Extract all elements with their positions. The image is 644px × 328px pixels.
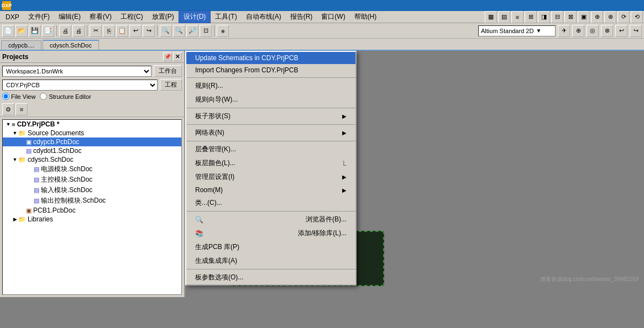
tb-save-all[interactable]: 📑: [42, 25, 54, 37]
menu-window[interactable]: 窗口(W): [317, 11, 349, 23]
label-cdyprjpcb: CDY.PrjPCB *: [17, 120, 60, 128]
tb-zoom2[interactable]: 🔍: [173, 25, 185, 37]
menu-room[interactable]: Room(M) ▶: [186, 184, 355, 196]
tree-cdysch[interactable]: ▼ 📁 cdysch.SchDoc: [3, 155, 181, 164]
menu-netlist[interactable]: 网络表(N) ▶: [186, 126, 355, 140]
tree-source-docs[interactable]: ▼ 📁 Source Documents: [3, 129, 181, 137]
tree-input[interactable]: ▤ 输入模块.SchDoc: [3, 185, 181, 195]
tree-power[interactable]: ▤ 电源模块.SchDoc: [3, 164, 181, 174]
menu-edit[interactable]: 编辑(E): [54, 11, 85, 23]
tb-new[interactable]: 📄: [2, 25, 14, 37]
toolbar-right-10[interactable]: ⊗: [604, 11, 616, 23]
expand-cdyprjpcb[interactable]: ▼: [5, 121, 12, 127]
tree-cdydot1[interactable]: ▤ cdydot1.SchDoc: [3, 146, 181, 155]
tb-undo[interactable]: ↩: [129, 25, 142, 37]
toolbar-right-5[interactable]: ◨: [538, 11, 550, 23]
menu-dxp[interactable]: DXP: [1, 12, 24, 22]
tab-cdysch[interactable]: cdysch.SchDoc: [43, 40, 99, 50]
menu-layer-color[interactable]: 板层颜色(L)... L: [186, 156, 355, 170]
workspace-select[interactable]: Workspace1.DsnWrk: [2, 66, 151, 77]
menu-rules-wizard[interactable]: 规则向导(W)...: [186, 93, 355, 107]
menu-board-options[interactable]: 板参数选项(O)...: [186, 271, 355, 284]
menu-tools[interactable]: 工具(T): [211, 11, 241, 23]
menu-add-lib[interactable]: 📚 添加/移除库(L)...: [186, 226, 355, 240]
expand-source-docs[interactable]: ▼: [12, 130, 18, 136]
toolbar-right-11[interactable]: ⟳: [617, 11, 630, 23]
tree-cdyprjpcb[interactable]: ▼ ■ CDY.PrjPCB *: [3, 120, 181, 129]
menu-rules[interactable]: 规则(R)...: [186, 79, 355, 93]
menu-project[interactable]: 工程(C): [116, 11, 148, 23]
tree-cdypcb[interactable]: ▣ cdypcb.PcbDoc: [3, 137, 181, 146]
menu-board-options-label: 板参数选项(O)...: [195, 273, 243, 282]
tree-libraries[interactable]: ▶ 📁 Libraries: [3, 215, 181, 224]
menu-layer-stack[interactable]: 层叠管理(K)...: [186, 142, 355, 156]
tb-view-1[interactable]: ✈: [558, 25, 570, 37]
toolbar-right-12[interactable]: ⟲: [631, 11, 643, 23]
design-dropdown-menu[interactable]: Update Schematics in CDY.PrjPCB Import C…: [185, 51, 357, 285]
tb-print2[interactable]: 🖨: [72, 25, 85, 37]
tb-view-3[interactable]: ◎: [587, 25, 599, 37]
sidebar-close-btn[interactable]: ✕: [173, 52, 182, 61]
tb-view-2[interactable]: ⊕: [572, 25, 584, 37]
menu-sep-1: [186, 77, 355, 78]
file-view-option[interactable]: File View: [2, 93, 35, 100]
tb-open[interactable]: 📂: [15, 25, 28, 37]
tree-main[interactable]: ▤ 主控模块.SchDoc: [3, 174, 181, 185]
tab-cdypcb[interactable]: cdypcb....: [1, 40, 41, 50]
tree-pcb1[interactable]: ▣ PCB1.PcbDoc: [3, 206, 181, 215]
workspace-button[interactable]: 工作台: [154, 65, 182, 77]
file-view-radio[interactable]: [2, 93, 9, 100]
menu-autoroute[interactable]: 自动布线(A): [242, 11, 286, 23]
tb-redo[interactable]: ↪: [143, 25, 155, 37]
menu-file[interactable]: 文件(F): [24, 11, 54, 23]
tb-hierarchy[interactable]: ⎈: [217, 25, 229, 37]
structure-radio[interactable]: [40, 93, 47, 100]
tb-zoom4[interactable]: ⊡: [200, 25, 212, 37]
menu-update-sch[interactable]: Update Schematics in CDY.PrjPCB: [186, 52, 355, 64]
tb-view-6[interactable]: ↪: [630, 25, 642, 37]
toolbar-right-9[interactable]: ⊕: [591, 11, 603, 23]
expand-cdysch[interactable]: ▼: [12, 157, 18, 162]
menu-view[interactable]: 察看(V): [85, 11, 116, 23]
menu-classes[interactable]: 类...(C)...: [186, 196, 355, 210]
toolbar-right-4[interactable]: ⊞: [525, 11, 537, 23]
menu-place[interactable]: 放置(P): [148, 11, 179, 23]
project-button[interactable]: 工程: [160, 79, 182, 91]
tree-btn-filter[interactable]: ≡: [15, 103, 28, 115]
toolbar-right-3[interactable]: ≡: [511, 11, 523, 23]
tb-paste[interactable]: 📋: [116, 25, 128, 37]
sidebar: Projects 📌 ✕ Workspace1.DsnWrk 工作台 CDY.P…: [0, 51, 185, 297]
expand-libraries[interactable]: ▶: [12, 216, 18, 222]
menu-browse[interactable]: 🔍 浏览器件(B)...: [186, 213, 355, 226]
icon-pcb1: ▣: [26, 207, 32, 214]
tb-cut[interactable]: ✂: [90, 25, 102, 37]
altium-view-select[interactable]: Altium Standard 2D ▼: [478, 25, 556, 36]
toolbar-right-7[interactable]: ⊠: [564, 11, 577, 23]
tb-copy[interactable]: ⎘: [103, 25, 115, 37]
tb-view-5[interactable]: ↩: [615, 25, 627, 37]
structure-editor-option[interactable]: Structure Editor: [40, 93, 91, 100]
menu-layer-stack-label: 层叠管理(K)...: [195, 145, 236, 154]
menu-design[interactable]: 设计(D): [179, 10, 211, 23]
sidebar-pin-btn[interactable]: 📌: [163, 52, 172, 61]
tb-save[interactable]: 💾: [29, 25, 41, 37]
toolbar-right-6[interactable]: ⊟: [551, 11, 563, 23]
tb-zoom3[interactable]: 🔎: [186, 25, 198, 37]
tb-view-4[interactable]: ⊗: [601, 25, 613, 37]
menu-import-changes[interactable]: Import Changes From CDY.PrjPCB: [186, 64, 355, 76]
project-tree: ▼ ■ CDY.PrjPCB * ▼ 📁 Source Documents ▣ …: [2, 119, 182, 295]
menu-make-int-lib[interactable]: 生成集成库(A): [186, 254, 355, 268]
menu-make-pcb-lib[interactable]: 生成PCB 库(P): [186, 240, 355, 254]
tree-output[interactable]: ▤ 输出控制模块.SchDoc: [3, 195, 181, 206]
toolbar-right-2[interactable]: ▤: [498, 11, 510, 23]
toolbar-right-8[interactable]: ▣: [578, 11, 590, 23]
tb-zoom[interactable]: 🔍: [160, 25, 172, 37]
menu-reports[interactable]: 报告(R): [286, 11, 317, 23]
tree-btn-settings[interactable]: ⚙: [2, 103, 14, 115]
menu-help[interactable]: 帮助(H): [350, 11, 381, 23]
project-select[interactable]: CDY.PrjPCB: [2, 80, 158, 91]
menu-board-shape[interactable]: 板子形状(S) ▶: [186, 109, 355, 123]
menu-layer-manage[interactable]: 管理层设置(I) ▶: [186, 170, 355, 184]
tb-print[interactable]: 🖨: [59, 25, 71, 37]
toolbar-right-1[interactable]: ▦: [485, 11, 497, 23]
